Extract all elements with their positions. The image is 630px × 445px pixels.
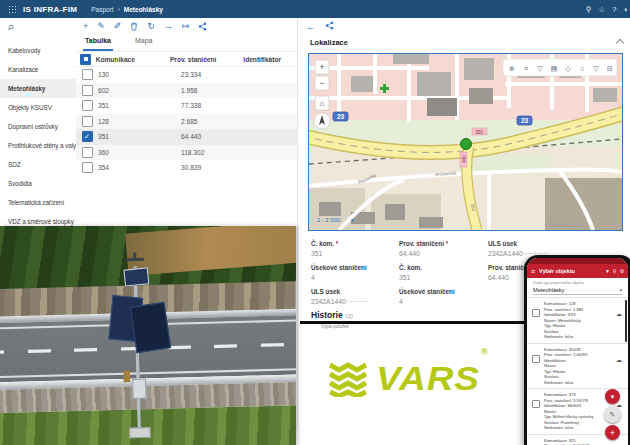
phone-app-bar: ≡ Výběr objektu ▼ ⚲ ⚙	[527, 264, 628, 278]
user-icon[interactable]: ◗	[623, 5, 628, 14]
table-body: ✓ 130 23.334 ✓ 602 1.958 ✓ 351 77.338	[76, 67, 297, 176]
select-all-checkbox[interactable]	[80, 54, 91, 65]
sidebar-item[interactable]: Svodidla	[0, 174, 76, 193]
vars-logo-icon	[328, 361, 368, 397]
sidebar-item-label: Dopravní ostrůvky	[8, 123, 58, 130]
field-value: 64.440	[399, 250, 488, 257]
phone-item-checkbox[interactable]	[532, 309, 540, 317]
sidebar-item[interactable]: Meteohlásky	[0, 79, 76, 98]
table-header: Komunikace Prov. staničení Identifikátor	[76, 52, 297, 67]
share-button[interactable]	[198, 22, 207, 31]
cloud-sync-icon[interactable]: ☁	[616, 310, 622, 317]
road-shield-23-left: 23	[333, 112, 348, 121]
map-canvas[interactable]: 350 440 23 23 Řípovská Hrotovická	[309, 54, 622, 230]
road-shield-23-right: 23	[517, 116, 532, 125]
cell-komunikace: 354	[98, 164, 181, 171]
edit-button[interactable]: ✎	[97, 22, 105, 31]
form-field[interactable]: Č. kom. 351	[399, 264, 488, 288]
object-type-select[interactable]: Zvolte typ pasportového objektu Meteohlá…	[527, 278, 628, 298]
menu-icon[interactable]: ≡	[531, 268, 535, 275]
table-row[interactable]: ✓ 130 23.334	[76, 67, 297, 83]
table-row[interactable]: ✓ 351 77.338	[76, 98, 297, 114]
map-toolbar[interactable]: ⊕ ≡ ▽ ▤ ◇ ○ ▽ ⊟	[503, 59, 617, 76]
map-tool-8-icon: ⊟	[607, 65, 613, 72]
tab-tabulka[interactable]: Tabulka	[83, 35, 113, 51]
phone-item-text: Komunikace: 35428 Prov. staničení: 2.00/…	[544, 347, 614, 386]
sidebar-item[interactable]: SDZ	[0, 155, 76, 174]
cell-komunikace: 360	[98, 149, 181, 156]
app-launcher-icon[interactable]	[8, 5, 16, 13]
table-row[interactable]: ✓ 354 30.839	[76, 160, 297, 176]
sidebar-item[interactable]: Kanalizace	[0, 60, 76, 79]
tab-strip: Tabulka Mapa	[76, 35, 297, 52]
help-icon[interactable]: ?	[612, 5, 616, 14]
sidebar-item[interactable]: Telematická zařízení	[0, 193, 76, 212]
phone-item-checkbox[interactable]	[532, 400, 540, 408]
sidebar-item[interactable]: Objekty KSUSV	[0, 98, 76, 117]
top-bar: IS INFRA-FIM Pasport › Meteohlásky ⚲ ☆ ?…	[0, 0, 630, 18]
map-scale[interactable]: 1 : 2 500	[317, 217, 341, 223]
refresh-button[interactable]: ↻	[147, 22, 155, 31]
sidebar-item[interactable]: Protihlukové stěny a valy	[0, 136, 76, 155]
row-checkbox[interactable]: ✓	[82, 131, 93, 142]
move-button[interactable]: →	[164, 22, 173, 31]
sidebar-item[interactable]: Dopravní ostrůvky	[0, 117, 76, 136]
historie-title[interactable]: Historie	[311, 310, 343, 320]
phone-add-fab[interactable]: +	[605, 425, 620, 440]
field-label: Č. kom.	[311, 240, 399, 247]
phone-filter-icon[interactable]: ▼	[605, 268, 610, 274]
phone-list-item[interactable]: Komunikace: 35428 Prov. staničení: 2.00/…	[527, 344, 628, 390]
sidebar-item-label: Telematická zařízení	[8, 199, 64, 206]
plus-icon: +	[610, 428, 615, 438]
cloud-sync-icon[interactable]: ☁	[616, 356, 622, 363]
row-checkbox[interactable]: ✓	[82, 147, 93, 158]
phone-settings-icon[interactable]: ⚙	[620, 268, 624, 274]
select-caret-icon: ▾	[619, 287, 622, 293]
column-identifikator[interactable]: Identifikátor	[243, 56, 297, 63]
phone-item-text: Komunikace: 128 Prov. staničení: 2.685 I…	[544, 301, 614, 340]
cell-komunikace: 602	[98, 87, 181, 94]
back-button[interactable]: ←	[306, 22, 315, 32]
row-checkbox[interactable]: ✓	[82, 116, 93, 127]
pin-icon[interactable]: ⚲	[586, 5, 592, 14]
phone-edit-fab[interactable]: ✎	[604, 406, 621, 423]
collapse-icon[interactable]	[616, 38, 624, 46]
column-prov-stanicen[interactable]: Prov. staničení	[170, 56, 243, 63]
phone-pin-icon[interactable]: ⚲	[613, 268, 617, 274]
breadcrumb-root[interactable]: Pasport	[91, 6, 113, 13]
form-field[interactable]: Prov. staničení 64.440	[399, 240, 488, 264]
table-row[interactable]: ✓ 351 64.440	[76, 129, 297, 145]
tab-mapa[interactable]: Mapa	[133, 35, 155, 51]
svg-text:23: 23	[337, 113, 345, 120]
add-button[interactable]: +	[83, 22, 88, 31]
map-widget[interactable]: 350 440 23 23 Řípovská Hrotovická	[308, 53, 623, 231]
form-field[interactable]: Úsekové staničení 4	[311, 264, 399, 288]
sidebar-pin-icon[interactable]: ⚲	[5, 22, 17, 34]
sidebar-item-label: Protihlukové stěny a valy	[8, 142, 76, 149]
phone-list-item[interactable]: Komunikace: 128 Prov. staničení: 2.685 I…	[527, 298, 628, 344]
phone-scrollbar[interactable]	[625, 300, 627, 342]
panel-share-button[interactable]	[325, 21, 334, 32]
row-checkbox[interactable]: ✓	[82, 100, 93, 111]
row-checkbox[interactable]: ✓	[82, 69, 93, 80]
star-icon[interactable]: ☆	[599, 5, 606, 14]
phone-filter-fab[interactable]: ▼	[605, 389, 620, 404]
row-checkbox[interactable]: ✓	[82, 85, 93, 96]
bulk-edit-button[interactable]: ✐	[114, 22, 122, 31]
table-row[interactable]: ✓ 128 2.685	[76, 114, 297, 130]
sidebar-item-label: Meteohlásky	[8, 85, 45, 92]
goto-button[interactable]: ↦	[182, 22, 190, 31]
app-title: IS INFRA-FIM	[23, 5, 77, 14]
cell-prov-stanicen: 2.685	[181, 118, 263, 125]
photo-base	[129, 427, 150, 438]
row-checkbox[interactable]: ✓	[82, 162, 93, 173]
column-komunikace[interactable]: Komunikace	[96, 56, 170, 63]
table-row[interactable]: ✓ 602 1.958	[76, 83, 297, 99]
sidebar-item[interactable]: Kabelovody	[0, 41, 76, 60]
phone-item-checkbox[interactable]	[532, 355, 540, 363]
form-field[interactable]: Č. kom. 351	[311, 240, 399, 264]
table-row[interactable]: ✓ 360 118.302	[76, 145, 297, 161]
map-selected-marker[interactable]	[461, 139, 472, 150]
breadcrumb-current[interactable]: Meteohlásky	[124, 6, 163, 13]
delete-button[interactable]	[130, 22, 138, 31]
